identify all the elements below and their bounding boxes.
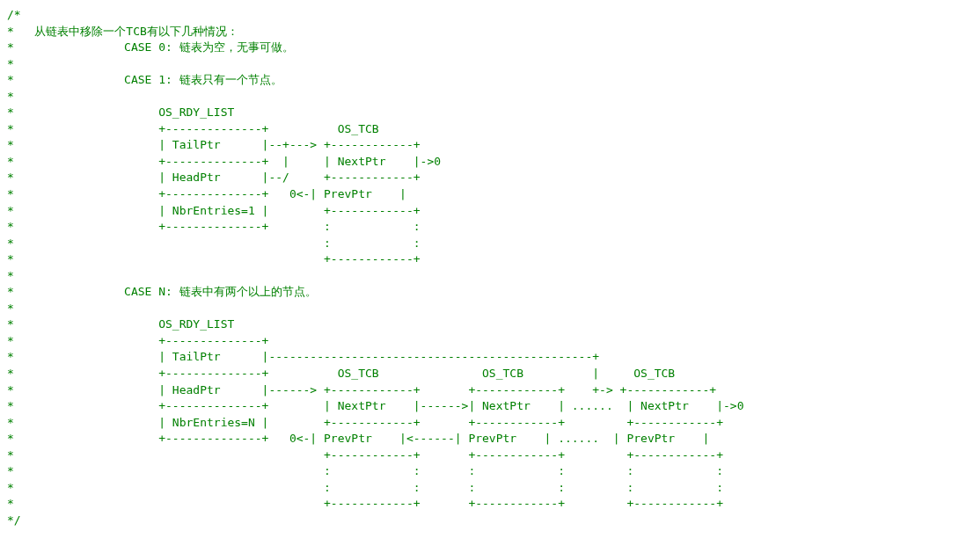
ascii-diagram: /* * 从链表中移除一个TCB有以下几种情况： * CASE 0: 链表为空，… xyxy=(7,8,743,527)
code-comment-block: /* * 从链表中移除一个TCB有以下几种情况： * CASE 0: 链表为空，… xyxy=(7,7,959,529)
